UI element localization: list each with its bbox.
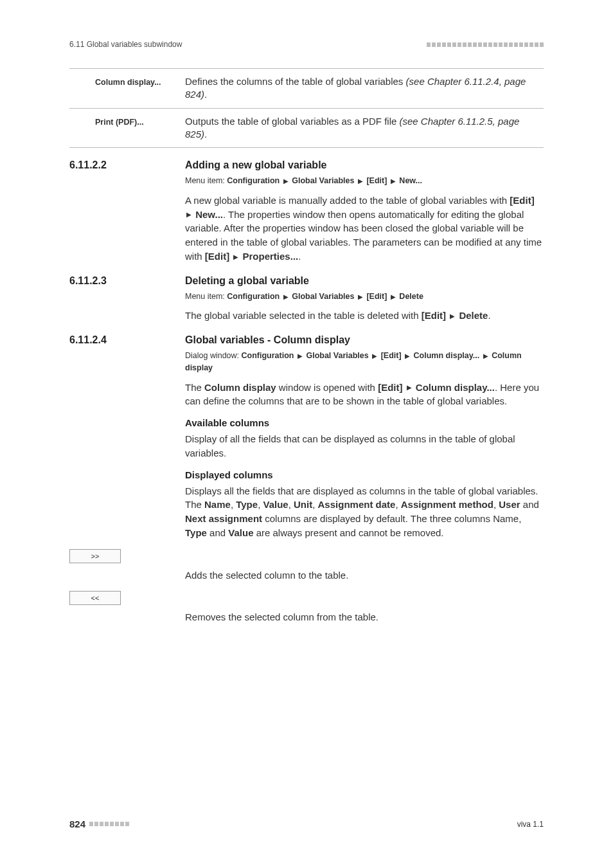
chevron-right-icon: ▶ bbox=[482, 352, 490, 359]
body-paragraph: Display of all the fields that can be di… bbox=[185, 432, 544, 460]
section-6-11-2-3: 6.11.2.3 Deleting a global variable Menu… bbox=[69, 275, 544, 323]
section-title: Global variables - Column display bbox=[185, 334, 350, 346]
chevron-right-icon: ▶ bbox=[232, 253, 240, 260]
chevron-right-icon: ▶ bbox=[185, 211, 193, 218]
chevron-right-icon: ▶ bbox=[404, 352, 411, 359]
page-number: 824 bbox=[69, 818, 85, 829]
section-6-11-2-4: 6.11.2.4 Global variables - Column displ… bbox=[69, 334, 544, 624]
section-number: 6.11.2.4 bbox=[69, 334, 185, 346]
chevron-right-icon: ▶ bbox=[449, 312, 456, 320]
menu-path: Menu item: Configuration ▶ Global Variab… bbox=[185, 291, 544, 303]
chevron-right-icon: ▶ bbox=[282, 293, 290, 300]
body-paragraph: Displays all the fields that are display… bbox=[185, 484, 544, 540]
section-number: 6.11.2.2 bbox=[69, 159, 185, 171]
body-paragraph: The global variable selected in the tabl… bbox=[185, 309, 544, 323]
menu-path: Menu item: Configuration ▶ Global Variab… bbox=[185, 175, 544, 187]
body-paragraph: A new global variable is manually added … bbox=[185, 194, 544, 264]
chevron-right-icon: ▶ bbox=[282, 177, 290, 185]
table-row: Print (PDF)... Outputs the table of glob… bbox=[69, 109, 544, 149]
section-number: 6.11.2.3 bbox=[69, 275, 185, 287]
chevron-right-icon: ▶ bbox=[405, 384, 413, 391]
page-footer: 824 viva 1.1 bbox=[69, 818, 544, 829]
footer-version: viva 1.1 bbox=[517, 820, 544, 829]
def-term: Column display... bbox=[69, 75, 185, 102]
def-term: Print (PDF)... bbox=[69, 115, 185, 141]
body-paragraph: Removes the selected column from the tab… bbox=[185, 610, 544, 624]
chevron-right-icon: ▶ bbox=[389, 177, 397, 185]
header-title: 6.11 Global variables subwindow bbox=[69, 40, 182, 49]
page-header: 6.11 Global variables subwindow bbox=[69, 40, 544, 49]
def-desc: Defines the columns of the table of glob… bbox=[185, 75, 544, 102]
remove-column-button[interactable]: << bbox=[69, 591, 121, 605]
table-row: Column display... Defines the columns of… bbox=[69, 68, 544, 109]
section-title: Adding a new global variable bbox=[185, 159, 326, 171]
body-paragraph: Adds the selected column to the table. bbox=[185, 568, 544, 583]
chevron-right-icon: ▶ bbox=[296, 352, 304, 359]
header-decoration bbox=[427, 42, 544, 47]
subheading-available-columns: Available columns bbox=[185, 417, 544, 428]
def-desc: Outputs the table of global variables as… bbox=[185, 115, 544, 141]
section-6-11-2-2: 6.11.2.2 Adding a new global variable Me… bbox=[69, 159, 544, 264]
body-paragraph: The Column display window is opened with… bbox=[185, 381, 544, 409]
menu-path: Dialog window: Configuration ▶ Global Va… bbox=[185, 350, 544, 374]
section-title: Deleting a global variable bbox=[185, 275, 309, 287]
chevron-right-icon: ▶ bbox=[371, 352, 378, 359]
chevron-right-icon: ▶ bbox=[389, 293, 397, 300]
subheading-displayed-columns: Displayed columns bbox=[185, 469, 544, 480]
add-column-button[interactable]: >> bbox=[69, 549, 121, 563]
chevron-right-icon: ▶ bbox=[357, 293, 364, 300]
footer-decoration bbox=[89, 822, 129, 826]
definition-table: Column display... Defines the columns of… bbox=[69, 68, 544, 148]
chevron-right-icon: ▶ bbox=[357, 177, 364, 185]
